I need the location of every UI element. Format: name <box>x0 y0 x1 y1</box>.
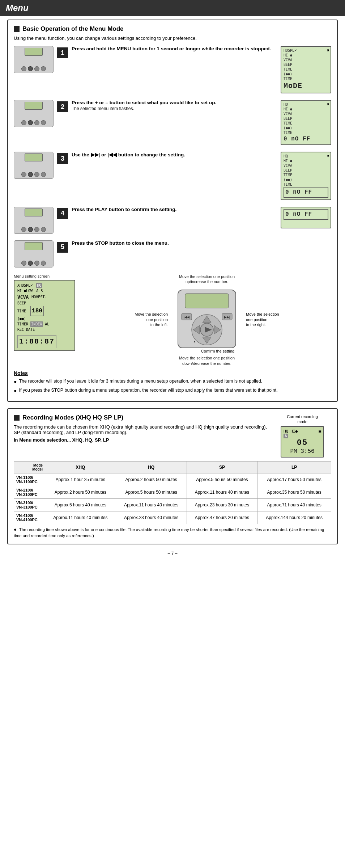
vcva-text: VCVA <box>17 294 29 301</box>
step-3-text: Use the ▶▶| or |◀◀ button to change the … <box>72 152 277 157</box>
step-3-row: 3 Use the ▶▶| or |◀◀ button to change th… <box>14 152 331 200</box>
vn3100-xhq: Approx.5 hours 40 minutes <box>45 498 116 511</box>
step-3-left: 3 Use the ▶▶| or |◀◀ button to change th… <box>14 152 277 179</box>
beep-text: BEEP <box>17 300 26 306</box>
step-3-btn4 <box>41 172 46 177</box>
menu-screen-label: Menu setting screen <box>14 274 75 278</box>
callout-bottom: Move the selection one positiondown/decr… <box>179 355 235 366</box>
table-header-row: Mode Model XHQ HQ SP LP <box>14 461 331 473</box>
page-footer: – 7 – <box>7 551 338 560</box>
step-3-lcd-text: HQHI ●VCVABEEPTIME(●●)TIME <box>284 154 328 187</box>
step-1-text: Press and hold the MENU button for 1 sec… <box>72 46 277 51</box>
col-xhq: XHQ <box>45 461 116 473</box>
note-2-bullet: ● <box>14 387 17 395</box>
col-lp: LP <box>257 461 331 473</box>
step-1-lcd-icon: ▣ <box>327 48 329 52</box>
ab-text: A B <box>36 288 43 294</box>
table-row: VN-4100/VN-4100PC Approx.11 hours 40 min… <box>14 511 331 524</box>
table-note-text: The recording time shown above is for on… <box>14 527 324 538</box>
step-2-buttons <box>21 120 46 125</box>
model-3: VN-3100/VN-3100PC <box>14 498 45 511</box>
model-4: VN-4100/VN-4100PC <box>14 511 45 524</box>
al-text: AL <box>45 321 49 327</box>
step-3-lcd-icon: ▣ <box>327 153 329 158</box>
step-1-left: 1 Press and hold the MENU button for 1 s… <box>14 46 277 73</box>
step-4-screen <box>25 208 43 216</box>
recording-modes-section: Recording Modes (XHQ HQ SP LP) The recor… <box>7 408 338 544</box>
vn2100-xhq: Approx.2 hours 50 minutes <box>45 486 116 498</box>
svg-text:▶▶|: ▶▶| <box>224 315 230 319</box>
step-1-lcd: ▣ HQSPLPHI ●VCVABEEPTIME(●●)TIME MoDE <box>281 46 331 93</box>
vn3100-hq: Approx.11 hours 40 minutes <box>116 498 187 511</box>
lo-text: ●LOW <box>24 288 33 294</box>
step-1-btn1 <box>21 66 26 71</box>
steps-list: 1 Press and hold the MENU button for 1 s… <box>14 46 331 270</box>
current-mode-label: Current recordingmode <box>273 414 331 425</box>
xhq-text: XHQSPLP <box>17 283 33 288</box>
step-2-btn2 <box>28 120 33 125</box>
step-1-display: ▣ HQSPLPHI ●VCVABEEPTIME(●●)TIME MoDE <box>281 46 331 93</box>
step-3-main-text: Use the ▶▶| or |◀◀ button to change the … <box>72 152 185 157</box>
step-4-left: 4 Press the PLAY button to confirm the s… <box>14 207 277 234</box>
menu-screen-center: Move the selection one positionup/increa… <box>82 274 331 366</box>
menu-item-hi: HI ●LOW A B <box>17 288 72 294</box>
svg-text:▲: ▲ <box>193 340 196 343</box>
vn1100-lp: Approx.17 hours 50 minutes <box>257 473 331 486</box>
table-note-bullet: ● <box>14 527 17 532</box>
step-2-lcd-big: 0 nO FF <box>284 135 328 143</box>
cm-batt: ▣ <box>319 429 321 434</box>
step-4-device <box>14 207 54 234</box>
step-4-btn3 <box>34 227 39 232</box>
table-row: VN-3100/VN-3100PC Approx.5 hours 40 minu… <box>14 498 331 511</box>
step-2-device <box>14 100 54 127</box>
recording-intro-1: The recording mode can be chosen from XH… <box>14 424 273 435</box>
step-3-lcd: ▣ HQHI ●VCVABEEPTIME(●●)TIME 0 nO FF <box>281 152 331 200</box>
step-1-main-text: Press and hold the MENU button for 1 sec… <box>72 46 271 51</box>
step-2-left: 2 Press the + or – button to select what… <box>14 100 277 127</box>
step-3-device <box>14 152 54 179</box>
step-5-screen <box>25 242 43 250</box>
step-4-row: 4 Press the PLAY button to confirm the s… <box>14 207 331 234</box>
page-number: – 7 – <box>168 551 178 556</box>
recording-modes-table: Mode Model XHQ HQ SP LP VN-1100/VN-1100P… <box>14 461 331 524</box>
menu-screen-left: Menu setting screen XHQSPLP HQ HI ●LOW A… <box>14 274 75 351</box>
step-2-sub-note: The selected menu item flashes. <box>72 106 277 111</box>
cm-line1: HQ HI● ▣ <box>284 429 321 434</box>
step-4-btn4 <box>41 227 46 232</box>
page-content: Basic Operation of the Menu Mode Using t… <box>0 20 345 567</box>
cm-big-number: 05 <box>284 438 321 447</box>
recording-header: Recording Modes (XHQ HQ SP LP) The recor… <box>14 414 331 458</box>
step-5-buttons <box>21 261 46 266</box>
movest-text: MOVEST. <box>31 294 47 300</box>
vn2100-hq: Approx.5 hours 50 minutes <box>116 486 187 498</box>
step-4-btn1 <box>21 227 26 232</box>
step-4-main-text: Press the PLAY button to confirm the set… <box>72 207 176 212</box>
cm-a: A <box>284 434 288 438</box>
vn2100-lp: Approx.35 hours 50 minutes <box>257 486 331 498</box>
step-3-btn3 <box>34 172 39 177</box>
step-4-lcd-big: 0 nO FF <box>284 209 328 220</box>
cm-time: PM 3:56 <box>284 448 321 455</box>
step-2-display: ▣ HQHI ●VCVABEEPTIME(●●)TIME 0 nO FF <box>281 100 331 145</box>
vn3100-lp: Approx.71 hours 40 minutes <box>257 498 331 511</box>
hq-text: HQ <box>36 283 42 288</box>
menu-time-display: 1:88:87 <box>17 334 72 348</box>
menu-item-beep: BEEP <box>17 300 72 306</box>
vn1100-xhq: Approx.1 hour 25 minutes <box>45 473 116 486</box>
menu-screen-section: Menu setting screen XHQSPLP HQ HI ●LOW A… <box>14 274 331 366</box>
table-note: ● The recording time shown above is for … <box>14 526 331 539</box>
step-2-row: 2 Press the + or – button to select what… <box>14 100 331 145</box>
step-5-number: 5 <box>57 242 68 253</box>
step-5-btn2 <box>28 261 33 266</box>
vn1100-sp: Approx.5 hours 50 minutes <box>187 473 257 486</box>
step-4-number: 4 <box>57 208 68 219</box>
step-3-number: 3 <box>57 153 68 164</box>
cm-hi: HI● <box>290 429 298 434</box>
diagram-middle-row: Move the selectionone positionto the lef… <box>127 286 286 353</box>
notes-title: Notes <box>14 370 331 376</box>
step-3-display: ▣ HQHI ●VCVABEEPTIME(●●)TIME 0 nO FF <box>281 152 331 200</box>
index-text: INDEX <box>30 321 43 327</box>
recording-header-left: Recording Modes (XHQ HQ SP LP) The recor… <box>14 414 273 443</box>
model-1: VN-1100/VN-1100PC <box>14 473 45 486</box>
step-1-btn3 <box>34 66 39 71</box>
